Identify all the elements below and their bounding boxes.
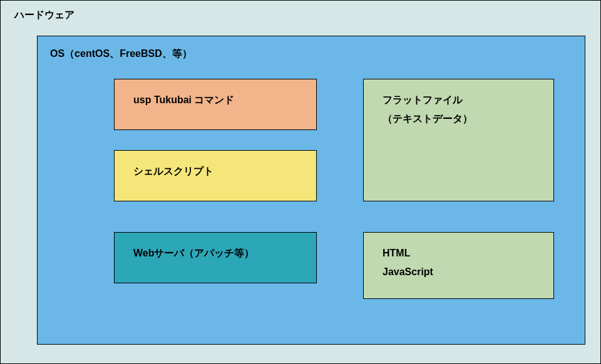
html-line2: JavaScript <box>383 263 553 281</box>
os-box: OS（centOS、FreeBSD、等） usp Tukubai コマンド シェ… <box>37 36 585 345</box>
os-label: OS（centOS、FreeBSD、等） <box>50 48 192 61</box>
tukubai-box: usp Tukubai コマンド <box>114 79 317 130</box>
shell-label: シェルスクリプト <box>133 162 316 181</box>
shell-box: シェルスクリプト <box>114 150 317 201</box>
tukubai-label: usp Tukubai コマンド <box>133 91 316 109</box>
flatfile-line1: フラットファイル <box>383 91 553 109</box>
diagram-canvas: ハードウェア OS（centOS、FreeBSD、等） usp Tukubai … <box>0 0 601 364</box>
html-box: HTML JavaScript <box>363 232 554 299</box>
web-label: Webサーバ（アパッチ等） <box>133 244 316 263</box>
html-line1: HTML <box>383 244 553 263</box>
hardware-box: ハードウェア OS（centOS、FreeBSD、等） usp Tukubai … <box>0 0 601 364</box>
hardware-label: ハードウェア <box>14 9 74 22</box>
flatfile-line2: （テキストデータ） <box>383 109 553 128</box>
flatfile-box: フラットファイル （テキストデータ） <box>363 79 554 201</box>
web-box: Webサーバ（アパッチ等） <box>114 232 317 283</box>
